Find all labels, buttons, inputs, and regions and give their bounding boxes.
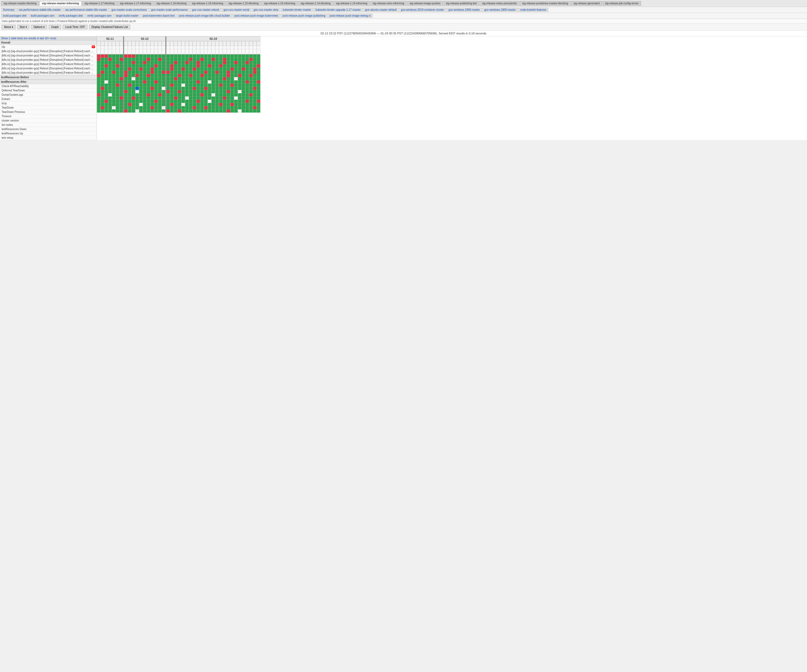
- cell-s3-23-11[interactable]: [253, 90, 257, 93]
- sec-tab-0[interactable]: Summary: [1, 8, 17, 12]
- cell-s3-3-9[interactable]: [178, 84, 181, 87]
- cell-s3-17-3[interactable]: [230, 64, 234, 68]
- cell-s3-23-4[interactable]: [253, 68, 257, 71]
- cell-1-12[interactable]: [101, 93, 105, 96]
- cell-s3-18-9[interactable]: [234, 84, 238, 87]
- cell-s2-0-0[interactable]: [124, 55, 128, 58]
- col-s3-header-17[interactable]: [230, 41, 234, 46]
- cell-s3-8-2[interactable]: [196, 61, 200, 64]
- cell-s2-4-17[interactable]: [139, 109, 143, 113]
- cell-s3-6-12[interactable]: [189, 93, 193, 96]
- cell-s3-11-16[interactable]: [208, 106, 211, 109]
- cell-s3-20-3[interactable]: [242, 64, 245, 68]
- display-clustered-failures-button[interactable]: Display Clustered Failures List: [89, 25, 130, 29]
- cell-s2-0-7[interactable]: [124, 77, 128, 80]
- cell-s3-9-13[interactable]: [200, 96, 204, 100]
- cell-s3-20-13[interactable]: [242, 96, 245, 100]
- cell-s3-23-2[interactable]: [253, 61, 257, 64]
- cell-s3-22-9[interactable]: [249, 84, 253, 87]
- col-s3-header-16[interactable]: [226, 41, 230, 46]
- cell-s3-20-14[interactable]: [242, 100, 245, 103]
- cell-s3-9-1[interactable]: [200, 58, 204, 61]
- cell-2-9[interactable]: [105, 84, 108, 87]
- cell-5-10[interactable]: [116, 87, 120, 90]
- cell-s2-10-8[interactable]: [162, 80, 165, 84]
- cell-s3-9-14[interactable]: [200, 100, 204, 103]
- cell-s3-1-12[interactable]: [170, 93, 174, 96]
- cell-s3-4-8[interactable]: [181, 80, 185, 84]
- cell-s2-0-16[interactable]: [124, 106, 128, 109]
- cell-s2-2-4[interactable]: [131, 68, 135, 71]
- third-tab-9[interactable]: post-release-push-image-releng-ci: [328, 14, 372, 18]
- cell-s3-11-8[interactable]: [208, 80, 211, 84]
- cell-s3-18-1[interactable]: [234, 58, 238, 61]
- sidebar-item-3-8[interactable]: cluster version: [0, 119, 96, 123]
- cell-s3-9-5[interactable]: [200, 71, 204, 74]
- cell-s3-18-8[interactable]: [234, 80, 238, 84]
- cell-s3-17-0[interactable]: [230, 55, 234, 58]
- cell-s3-23-6[interactable]: [253, 74, 257, 77]
- cell-1-17[interactable]: [101, 109, 105, 113]
- cell-s2-6-11[interactable]: [147, 90, 150, 93]
- cell-s3-14-12[interactable]: [219, 93, 223, 96]
- cell-s3-23-17[interactable]: [253, 109, 257, 113]
- cell-s3-9-11[interactable]: [200, 90, 204, 93]
- cell-s3-21-6[interactable]: [245, 74, 249, 77]
- cell-s3-5-5[interactable]: [185, 71, 189, 74]
- cell-s3-19-0[interactable]: [238, 55, 242, 58]
- cell-s3-11-6[interactable]: [208, 74, 211, 77]
- cell-s3-10-16[interactable]: [204, 106, 208, 109]
- cell-s3-5-0[interactable]: [185, 55, 189, 58]
- cell-s2-6-4[interactable]: [147, 68, 150, 71]
- cell-s2-0-3[interactable]: [124, 64, 128, 68]
- cell-0-0[interactable]: [97, 55, 101, 58]
- col-s2-header-commit-9[interactable]: [158, 41, 162, 46]
- sidebar-item-3-11[interactable]: testResources Up: [0, 131, 96, 136]
- cell-s3-22-10[interactable]: [249, 87, 253, 90]
- cell-s2-5-5[interactable]: [143, 71, 147, 74]
- cell-4-14[interactable]: [112, 100, 116, 103]
- cell-s3-1-14[interactable]: [170, 100, 174, 103]
- cell-s3-16-14[interactable]: [226, 100, 230, 103]
- cell-0-12[interactable]: [97, 93, 101, 96]
- cell-6-3[interactable]: [120, 64, 123, 68]
- cell-s3-12-15[interactable]: [211, 103, 215, 106]
- third-tab-0[interactable]: build-packages-deb: [1, 14, 28, 18]
- cell-s3-20-17[interactable]: [242, 109, 245, 113]
- cell-s3-12-10[interactable]: [211, 87, 215, 90]
- cell-s2-2-2[interactable]: [131, 61, 135, 64]
- cell-2-11[interactable]: [105, 90, 108, 93]
- cell-s3-11-15[interactable]: [208, 103, 211, 106]
- cell-s2-0-2[interactable]: [124, 61, 128, 64]
- cell-2-4[interactable]: [105, 68, 108, 71]
- cell-s3-22-15[interactable]: [249, 103, 253, 106]
- cell-s3-13-2[interactable]: [215, 61, 219, 64]
- cell-4-4[interactable]: [112, 68, 116, 71]
- cell-s3-1-16[interactable]: [170, 106, 174, 109]
- nav-tab-sig-release-1.17-blocking[interactable]: sig-release-1.17-blocking: [82, 1, 117, 6]
- cell-s2-10-17[interactable]: [162, 109, 165, 113]
- cell-s3-1-4[interactable]: [170, 68, 174, 71]
- cell-s3-12-7[interactable]: [211, 77, 215, 80]
- cell-s3-21-4[interactable]: [245, 68, 249, 71]
- cell-s3-10-7[interactable]: [204, 77, 208, 80]
- cell-s3-14-11[interactable]: [219, 90, 223, 93]
- cell-2-15[interactable]: [105, 103, 108, 106]
- cell-6-9[interactable]: [120, 84, 123, 87]
- sec-tab-2[interactable]: ras-performance-stable-k8s-master: [63, 8, 109, 12]
- cell-s2-4-13[interactable]: [139, 96, 143, 100]
- cell-s2-10-14[interactable]: [162, 100, 165, 103]
- cell-s3-20-10[interactable]: [242, 87, 245, 90]
- cell-s2-9-8[interactable]: [158, 80, 162, 84]
- sec-tab-11[interactable]: gce-windows-2019-container-cluster: [399, 8, 446, 12]
- cell-s3-10-4[interactable]: [204, 68, 208, 71]
- cell-s3-1-17[interactable]: [170, 109, 174, 113]
- cell-s3-5-16[interactable]: [185, 106, 189, 109]
- cell-s3-7-16[interactable]: [193, 106, 196, 109]
- cell-3-7[interactable]: [108, 77, 112, 80]
- col-s3-header-0[interactable]: [166, 41, 170, 46]
- cell-s2-5-14[interactable]: [143, 100, 147, 103]
- cell-s3-6-0[interactable]: [189, 55, 193, 58]
- cell-s2-4-5[interactable]: [139, 71, 143, 74]
- cell-s3-19-10[interactable]: [238, 87, 242, 90]
